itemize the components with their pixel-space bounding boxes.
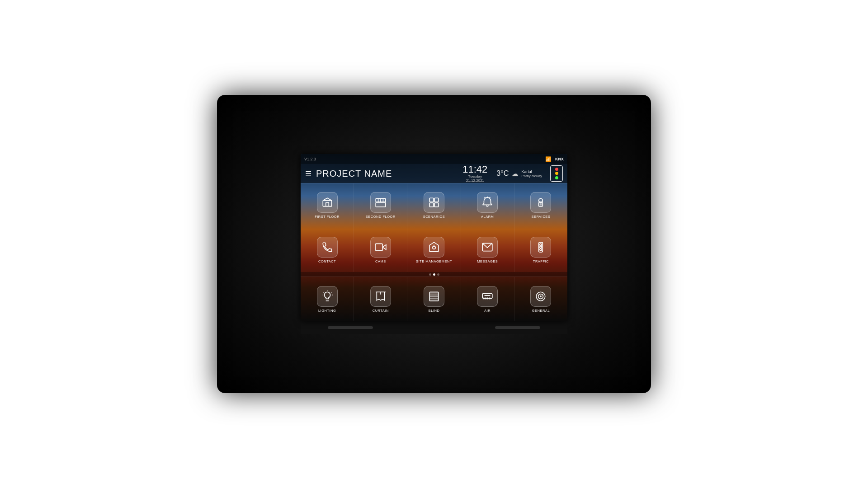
- wifi-icon: 📶: [545, 156, 552, 162]
- right-handle: [495, 326, 540, 329]
- alarm-icon-box: [477, 192, 498, 213]
- project-name: PROJECT NAME: [316, 169, 458, 179]
- cell-cams[interactable]: CAMS: [354, 228, 407, 272]
- svg-point-23: [540, 246, 542, 248]
- traffic-icon-box: [530, 237, 551, 258]
- svg-point-24: [540, 249, 542, 250]
- second-floor-icon: [375, 197, 387, 208]
- svg-rect-4: [376, 202, 386, 207]
- air-label: AIR: [484, 309, 491, 313]
- cloud-icon: ☁: [511, 169, 519, 178]
- icon-row-3: LIGHTING CURTAIN: [301, 277, 567, 321]
- curtain-icon: [375, 291, 387, 302]
- air-icon-box: [477, 286, 498, 307]
- cell-air[interactable]: AIR: [461, 277, 514, 321]
- cell-alarm[interactable]: ALARM: [461, 183, 514, 228]
- svg-point-19: [433, 246, 436, 249]
- date-display: 21.12.2021: [466, 178, 484, 183]
- curtain-label: CURTAIN: [373, 309, 389, 313]
- cell-contact[interactable]: CONTACT: [301, 228, 354, 272]
- weather-city: Kartal: [521, 169, 532, 174]
- contact-label: CONTACT: [318, 259, 336, 263]
- lighting-icon-box: [317, 286, 338, 307]
- time-section: 11:42 Tuesday 21.12.2021: [462, 164, 487, 183]
- svg-point-46: [540, 296, 541, 297]
- tl-green-dot: [555, 176, 558, 179]
- scenarios-label: SCENARIOS: [423, 215, 445, 219]
- svg-rect-15: [539, 202, 543, 206]
- cell-general[interactable]: GENERAL: [514, 277, 567, 321]
- air-icon: [481, 291, 493, 302]
- menu-icon[interactable]: ☰: [305, 169, 311, 178]
- services-icon: [535, 197, 547, 208]
- weather-section: 3°C ☁ Kartal Partly cloudy: [496, 169, 542, 178]
- cell-lighting[interactable]: LIGHTING: [301, 277, 354, 321]
- general-icon-box: [530, 286, 551, 307]
- alarm-icon: [481, 197, 493, 208]
- cell-traffic[interactable]: TRAFFIC: [514, 228, 567, 272]
- services-icon-box: [530, 192, 551, 213]
- second-floor-icon-box: [370, 192, 391, 213]
- weather-info: Kartal Partly cloudy: [521, 169, 542, 178]
- svg-point-45: [538, 294, 543, 299]
- cell-curtain[interactable]: CURTAIN: [354, 277, 407, 321]
- svg-rect-11: [429, 203, 434, 207]
- first-floor-icon-box: [317, 192, 338, 213]
- first-floor-icon: [321, 197, 333, 208]
- messages-icon: [481, 241, 493, 253]
- blind-icon: [428, 291, 440, 302]
- knx-label: KNX: [555, 157, 564, 161]
- general-label: GENERAL: [532, 309, 550, 313]
- svg-rect-10: [434, 198, 439, 202]
- messages-icon-box: [477, 237, 498, 258]
- dot-3: [437, 273, 439, 276]
- lighting-icon: [321, 291, 333, 302]
- screen: V1.2.3 📶 KNX ☰ PROJECT NAME 11:42 Tuesda…: [301, 154, 567, 321]
- svg-point-22: [540, 244, 542, 245]
- svg-rect-0: [323, 201, 332, 206]
- contact-icon-box: [317, 237, 338, 258]
- svg-line-26: [323, 292, 323, 292]
- svg-rect-9: [429, 198, 434, 202]
- svg-rect-18: [375, 244, 382, 250]
- traffic-light-header-icon: [550, 165, 563, 182]
- cell-second-floor[interactable]: SECOND FLOOR: [354, 183, 407, 228]
- cell-messages[interactable]: MESSAGES: [461, 228, 514, 272]
- weather-desc: Partly cloudy: [521, 174, 542, 178]
- second-floor-label: SECOND FLOOR: [366, 215, 396, 219]
- dot-2: [433, 273, 435, 276]
- first-floor-label: FIRST FLOOR: [315, 215, 340, 219]
- alarm-label: ALARM: [481, 215, 494, 219]
- traffic-icon: [535, 241, 547, 253]
- temperature-display: 3°C: [496, 169, 509, 178]
- dot-1: [429, 273, 431, 276]
- day-display: Tuesday: [468, 174, 482, 178]
- grid-section: FIRST FLOOR SECOND FLOOR: [301, 183, 567, 321]
- screen-content: V1.2.3 📶 KNX ☰ PROJECT NAME 11:42 Tuesda…: [301, 154, 567, 321]
- pagination: [301, 272, 567, 277]
- cell-blind[interactable]: BLIND: [407, 277, 461, 321]
- cell-site-management[interactable]: SITE MANAGEMENT: [407, 228, 461, 272]
- tl-red-dot: [555, 168, 558, 171]
- left-handle: [328, 326, 373, 329]
- services-label: SERVICES: [532, 215, 551, 219]
- cams-label: CAMS: [375, 259, 386, 263]
- scenarios-icon: [428, 197, 440, 208]
- top-bar-right: 📶 KNX: [545, 156, 564, 162]
- device-frame: V1.2.3 📶 KNX ☰ PROJECT NAME 11:42 Tuesda…: [217, 95, 651, 393]
- svg-line-27: [331, 292, 331, 292]
- svg-point-44: [537, 292, 546, 301]
- header: ☰ PROJECT NAME 11:42 Tuesday 21.12.2021 …: [301, 164, 567, 183]
- blind-icon-box: [424, 286, 444, 307]
- site-management-icon-box: [424, 237, 444, 258]
- curtain-icon-box: [370, 286, 391, 307]
- icon-row-2: CONTACT CAMS: [301, 228, 567, 272]
- cell-services[interactable]: SERVICES: [514, 183, 567, 228]
- contact-icon: [321, 241, 333, 253]
- cell-first-floor[interactable]: FIRST FLOOR: [301, 183, 354, 228]
- svg-rect-12: [434, 203, 439, 207]
- cell-scenarios[interactable]: SCENARIOS: [407, 183, 461, 228]
- cams-icon: [375, 241, 387, 253]
- cams-icon-box: [370, 237, 391, 258]
- top-bar: V1.2.3 📶 KNX: [301, 154, 567, 164]
